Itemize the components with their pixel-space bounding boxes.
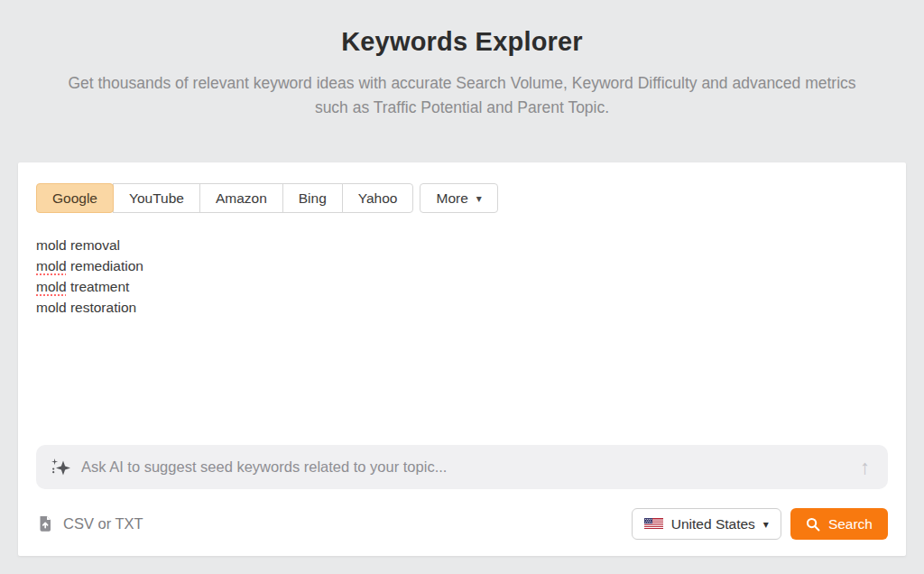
tab-youtube[interactable]: YouTube: [113, 183, 200, 213]
tab-yahoo[interactable]: Yahoo: [342, 183, 414, 213]
country-label: United States: [671, 516, 755, 532]
search-engine-tabs: GoogleYouTubeAmazonBingYahooMore▾: [36, 183, 888, 213]
keyword-line: mold restoration: [36, 297, 888, 318]
page-subtitle: Get thousands of relevant keyword ideas …: [65, 71, 859, 120]
search-label: Search: [828, 516, 873, 532]
ai-suggest-input[interactable]: Ask AI to suggest seed keywords related …: [36, 445, 888, 489]
arrow-up-icon[interactable]: ↑: [858, 458, 872, 477]
chevron-down-icon: ▾: [476, 193, 482, 204]
keywords-explorer-card: GoogleYouTubeAmazonBingYahooMore▾ mold r…: [18, 162, 906, 556]
search-button[interactable]: Search: [790, 508, 888, 540]
upload-csv-txt-button[interactable]: CSV or TXT: [36, 514, 143, 533]
file-upload-icon: [36, 514, 54, 533]
footer-actions: United States ▾ Search: [632, 508, 888, 540]
keyword-line: mold removal: [36, 235, 888, 255]
chevron-down-icon: ▾: [763, 518, 769, 531]
tab-label: Bing: [299, 190, 327, 207]
tab-label: More: [436, 190, 467, 207]
keywords-textarea[interactable]: mold removalmold remediationmold treatme…: [36, 235, 888, 445]
ai-input-placeholder: Ask AI to suggest seed keywords related …: [81, 458, 447, 476]
tab-label: YouTube: [129, 190, 184, 207]
tab-label: Amazon: [216, 190, 267, 207]
page-title: Keywords Explorer: [0, 27, 924, 57]
tab-more[interactable]: More▾: [420, 183, 497, 213]
upload-label: CSV or TXT: [63, 515, 143, 532]
tab-google[interactable]: Google: [36, 183, 114, 213]
tab-amazon[interactable]: Amazon: [199, 183, 283, 213]
tab-label: Google: [52, 190, 97, 207]
country-selector[interactable]: United States ▾: [632, 508, 781, 540]
search-icon: [806, 517, 820, 532]
keyword-line: mold treatment: [36, 276, 888, 297]
hero-header: Keywords Explorer Get thousands of relev…: [0, 0, 924, 120]
tab-bing[interactable]: Bing: [282, 183, 343, 213]
card-footer: CSV or TXT: [36, 508, 888, 540]
us-flag-icon: [644, 518, 663, 530]
tab-label: Yahoo: [358, 190, 398, 207]
keyword-line: mold remediation: [36, 255, 888, 276]
sparkles-icon: [51, 458, 70, 477]
